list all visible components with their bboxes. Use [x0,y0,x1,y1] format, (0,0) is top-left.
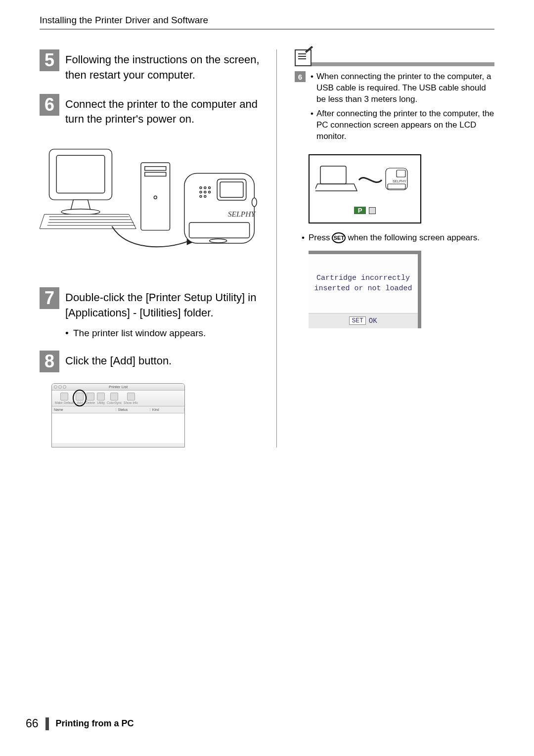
svg-rect-29 [388,184,405,189]
step-number: 7 [40,287,59,309]
svg-point-10 [154,196,157,199]
step-number: 6 [40,94,59,116]
utility-button[interactable]: Utility [97,393,105,404]
step-text: Connect the printer to the computer and … [65,94,262,128]
table-body [52,413,184,443]
right-column: 6 When connecting the printer to the com… [295,49,494,447]
svg-rect-26 [320,166,346,184]
tool-label: Utility [97,401,105,404]
svg-point-24 [210,239,227,243]
svg-rect-8 [145,167,166,171]
set-indicator: SET [349,316,365,325]
page-number: 66 [26,717,39,730]
error-message: Cartridge incorrectly inserted or not lo… [309,254,418,313]
step-number: 5 [40,49,59,71]
left-column: 5 Following the instructions on the scre… [40,49,277,447]
lcd-p-indicator: P [354,207,366,214]
col-name: Name [52,408,116,411]
step-8: 8 Click the [Add] button. [40,351,262,372]
utility-icon [97,393,105,400]
step-7: 7 Double-click the [Printer Setup Utilit… [40,287,262,340]
tool-label: Make Default [55,401,74,404]
tool-label: Delete [86,401,95,404]
content-columns: 5 Following the instructions on the scre… [40,49,494,447]
step-text: Click the [Add] button. [65,351,172,369]
header-title: Installing the Printer Driver and Softwa… [40,15,494,26]
printer-list-window: Printer List Make Default Add Delete Ut [51,383,185,447]
printer-icon [60,393,68,400]
divider [312,62,494,66]
selphy-label: SELPHY [228,210,257,218]
table-header: Name Status Kind [52,406,184,413]
svg-rect-9 [145,173,166,177]
make-default-button[interactable]: Make Default [55,393,74,404]
svg-point-22 [204,196,206,198]
step-sub-bullet: The printer list window appears. [65,327,262,340]
step-6: 6 Connect the printer to the computer an… [40,94,262,128]
note-icon [295,49,312,66]
showinfo-button[interactable]: Show Info [124,393,138,404]
delete-icon [87,393,94,400]
window-title: Printer List [52,385,184,389]
svg-point-2 [61,209,100,215]
svg-rect-23 [189,222,250,238]
svg-text:SELPHY: SELPHY [393,179,406,183]
sidebar-bullet: When connecting the printer to the compu… [311,71,494,105]
footer-section: Printing from a PC [56,718,134,729]
svg-point-19 [204,191,206,193]
lcd-connection-screen: SELPHY P [309,154,421,223]
ok-label: OK [369,317,377,325]
tool-label: Add [77,401,83,404]
colorsync-button[interactable]: ColorSync [107,393,122,404]
pencil-icon [305,46,313,53]
col-kind: Kind [150,408,184,411]
set-button-icon: SET [332,232,346,243]
press-instruction: Press SET when the following screen appe… [302,232,494,244]
tool-label: Show Info [124,401,138,404]
toolbar: Make Default Add Delete Utility ColorSyn… [52,391,184,406]
press-pre: Press [309,232,330,244]
svg-point-16 [204,187,206,189]
lcd-icons [369,207,376,214]
step-text: Following the instructions on the screen… [65,49,262,83]
window-footer [52,443,184,447]
add-printer-icon [76,393,84,400]
note-header [295,49,494,66]
svg-point-21 [200,196,202,198]
window-titlebar: Printer List [52,384,184,391]
lcd-illustration: SELPHY [315,162,414,201]
svg-rect-1 [56,156,105,193]
error-action-bar: SET OK [309,313,418,328]
illustration-svg: SELPHY [40,138,262,267]
error-line: Cartridge incorrectly [316,273,410,283]
svg-rect-28 [397,170,405,177]
sidebar-bullet: After connecting the printer to the comp… [311,108,494,142]
svg-point-25 [252,198,257,207]
step-number: 8 [40,351,59,372]
error-line: inserted or not loaded [314,283,412,294]
colorsync-icon [110,393,118,400]
lcd-icon [369,207,376,214]
delete-button[interactable]: Delete [86,393,95,404]
col-status: Status [116,408,150,411]
cartridge-error-screen: Cartridge incorrectly inserted or not lo… [309,251,421,328]
add-button[interactable]: Add [76,393,84,404]
svg-point-20 [209,191,211,193]
sidebar-step-6: 6 When connecting the printer to the com… [295,71,494,145]
tool-label: ColorSync [107,401,122,404]
svg-point-18 [200,191,202,193]
info-icon [127,393,135,400]
page-footer: 66 Printing from a PC [26,717,134,730]
step-5: 5 Following the instructions on the scre… [40,49,262,83]
svg-point-15 [200,187,202,189]
step-number: 6 [295,71,306,82]
press-post: when the following screen appears. [348,232,480,244]
computer-printer-illustration: SELPHY [40,138,262,267]
footer-divider [45,717,49,730]
svg-point-17 [209,187,211,189]
step-text: Double-click the [Printer Setup Utility]… [65,287,262,321]
lcd-status-bar: P [320,206,409,216]
page-header: Installing the Printer Driver and Softwa… [40,15,494,30]
svg-rect-14 [220,182,243,197]
